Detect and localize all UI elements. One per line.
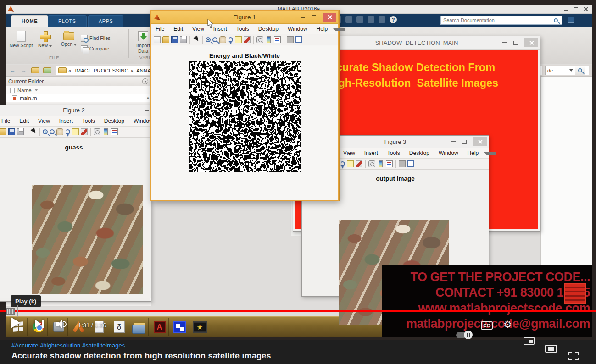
save-icon[interactable] bbox=[171, 36, 178, 43]
colorbar-icon[interactable] bbox=[104, 128, 108, 135]
maximize-icon[interactable] bbox=[312, 15, 316, 19]
pointer-icon[interactable] bbox=[30, 128, 37, 135]
dropdown-arrow-icon[interactable] bbox=[569, 69, 573, 72]
legend-icon[interactable] bbox=[274, 36, 281, 43]
zoom-in-icon[interactable]: + bbox=[206, 37, 211, 42]
search-folder-box[interactable] bbox=[545, 66, 589, 75]
link-plot-icon[interactable] bbox=[368, 160, 375, 167]
video-player[interactable]: MATLAB R2016a HOME PLOTS APPS bbox=[0, 0, 596, 364]
minimize-icon[interactable] bbox=[502, 42, 507, 43]
legend-icon[interactable] bbox=[386, 160, 393, 167]
minimize-icon[interactable] bbox=[451, 141, 456, 142]
banner-line3[interactable]: www.matlabprojectscode.com bbox=[382, 300, 590, 316]
legend-icon[interactable] bbox=[111, 128, 118, 135]
switch-windows-icon[interactable] bbox=[379, 16, 385, 23]
figure1-titlebar[interactable]: Figure 1 bbox=[151, 11, 338, 24]
new-figure-icon[interactable] bbox=[154, 36, 161, 43]
tab-plots[interactable]: PLOTS bbox=[48, 15, 87, 27]
menu-overflow-icon[interactable] bbox=[332, 28, 345, 31]
forward-icon[interactable]: → bbox=[19, 67, 28, 74]
maximize-icon[interactable] bbox=[574, 7, 578, 11]
menu-view[interactable]: View bbox=[188, 26, 209, 32]
maximize-figure-icon[interactable] bbox=[407, 160, 414, 167]
search-documentation-box[interactable] bbox=[440, 16, 562, 25]
menu-overflow-icon[interactable] bbox=[483, 152, 496, 155]
help-icon[interactable]: ? bbox=[390, 16, 397, 23]
menu-edit[interactable]: Edit bbox=[169, 26, 188, 32]
pan-icon[interactable] bbox=[219, 36, 226, 43]
menu-edit[interactable]: Edit bbox=[15, 118, 33, 124]
maximize-figure-icon[interactable] bbox=[295, 36, 302, 43]
zoom-in-icon[interactable]: + bbox=[43, 129, 48, 134]
taskbar-movie-maker[interactable]: ★ bbox=[191, 318, 209, 336]
redo-icon[interactable] bbox=[368, 16, 374, 23]
settings-button[interactable]: ⚙ bbox=[503, 320, 512, 329]
link-plot-icon[interactable] bbox=[94, 128, 100, 135]
zoom-out-icon[interactable]: - bbox=[212, 37, 217, 42]
figure2-titlebar[interactable]: Figure 2 bbox=[0, 105, 151, 116]
brush-icon[interactable] bbox=[244, 36, 251, 43]
search-documentation-input[interactable] bbox=[441, 17, 554, 23]
new-script-button[interactable]: New Script bbox=[9, 28, 33, 48]
breadcrumb-collapse[interactable]: « bbox=[68, 68, 71, 73]
data-cursor-icon[interactable] bbox=[347, 160, 354, 167]
menu-help[interactable]: Help bbox=[312, 26, 333, 32]
scrollbar-up-icon[interactable]: ▲ bbox=[146, 95, 150, 100]
pointer-icon[interactable] bbox=[193, 36, 200, 43]
minimize-icon[interactable] bbox=[564, 7, 568, 11]
paste-icon[interactable] bbox=[345, 16, 352, 23]
brush-icon[interactable] bbox=[356, 160, 362, 167]
menu-desktop[interactable]: Desktop bbox=[100, 118, 129, 124]
minimize-icon[interactable] bbox=[145, 110, 149, 111]
open-icon[interactable] bbox=[162, 36, 169, 43]
taskbar-folders[interactable] bbox=[130, 318, 149, 336]
menu-tools[interactable]: Tools bbox=[383, 150, 405, 156]
maximize-icon[interactable] bbox=[513, 41, 518, 45]
menu-file[interactable]: File bbox=[0, 118, 15, 124]
close-icon[interactable] bbox=[473, 137, 487, 146]
find-files-button[interactable]: Find Files bbox=[81, 33, 117, 43]
print-icon[interactable] bbox=[180, 36, 187, 43]
brush-icon[interactable] bbox=[81, 128, 88, 135]
volume-button[interactable] bbox=[56, 320, 68, 329]
menu-view[interactable]: View bbox=[33, 118, 55, 124]
tab-home[interactable]: HOME bbox=[11, 15, 48, 27]
compare-button[interactable]: Compare bbox=[81, 44, 117, 53]
search-folder-button[interactable] bbox=[575, 66, 585, 75]
progress-bar[interactable] bbox=[0, 310, 596, 312]
tab-apps[interactable]: APPS bbox=[88, 15, 123, 27]
breadcrumb-folder1[interactable]: IMAGE PROCESSING bbox=[75, 68, 128, 73]
menu-tools[interactable]: Tools bbox=[78, 118, 100, 124]
scrubber-grip[interactable] bbox=[6, 308, 15, 315]
menu-insert[interactable]: Insert bbox=[55, 118, 78, 124]
miniplayer-button[interactable] bbox=[524, 337, 535, 345]
theater-mode-button[interactable] bbox=[545, 345, 557, 353]
maximize-icon[interactable] bbox=[462, 140, 467, 144]
dock-icon[interactable] bbox=[399, 160, 406, 167]
captions-button[interactable]: CC bbox=[481, 321, 493, 330]
close-icon[interactable] bbox=[524, 38, 538, 47]
rotate3d-icon[interactable] bbox=[65, 129, 70, 134]
menu-insert[interactable]: Insert bbox=[360, 150, 383, 156]
menu-window[interactable]: Window bbox=[434, 150, 463, 156]
rotate3d-icon[interactable] bbox=[228, 37, 233, 42]
taskbar-delta-tool[interactable]: δ bbox=[110, 318, 128, 336]
undo-icon[interactable] bbox=[356, 16, 363, 23]
colorbar-icon[interactable] bbox=[379, 160, 383, 167]
close-icon[interactable] bbox=[323, 13, 336, 22]
data-cursor-icon[interactable] bbox=[72, 128, 79, 135]
new-button[interactable]: New bbox=[33, 28, 57, 48]
menu-desktop[interactable]: Desktop bbox=[405, 150, 434, 156]
fullscreen-button[interactable] bbox=[568, 352, 579, 360]
taskbar-adobe-reader[interactable]: A bbox=[150, 318, 169, 336]
data-cursor-icon[interactable] bbox=[235, 36, 242, 43]
back-icon[interactable]: ← bbox=[8, 67, 17, 74]
browse-folder-icon[interactable] bbox=[43, 67, 51, 73]
menu-help[interactable]: Help bbox=[463, 150, 484, 156]
close-icon[interactable] bbox=[584, 7, 588, 11]
open-icon[interactable] bbox=[0, 128, 6, 135]
open-button[interactable]: Open bbox=[57, 28, 81, 47]
zoom-out-icon[interactable]: - bbox=[50, 129, 55, 134]
colorbar-icon[interactable] bbox=[267, 36, 271, 43]
link-plot-icon[interactable] bbox=[256, 36, 263, 43]
